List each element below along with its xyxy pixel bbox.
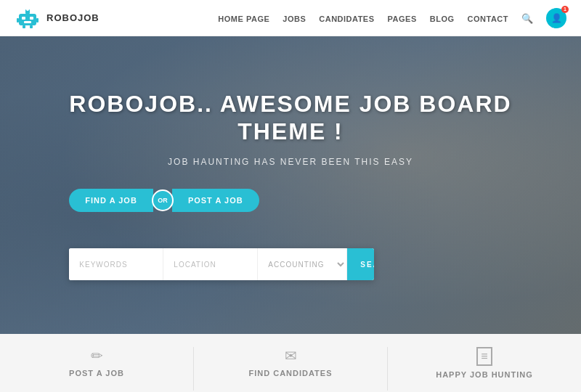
category-select[interactable]: ACCOUNTING ENGINEERING MARKETING DESIGN …	[258, 248, 347, 280]
svg-point-5	[26, 8, 29, 11]
find-job-button[interactable]: FIND A JOB	[69, 189, 153, 212]
footer-icon-find-candidates: ✉ FIND CANDIDATES	[194, 347, 387, 377]
or-divider: OR	[152, 189, 174, 211]
post-job-button[interactable]: POST A JOB	[172, 189, 259, 212]
brand-name: ROBOJOB	[46, 12, 99, 23]
envelope-icon: ✉	[285, 347, 297, 364]
footer-candidates-label: FIND CANDIDATES	[248, 369, 332, 377]
svg-rect-6	[17, 18, 19, 23]
location-input[interactable]	[163, 248, 258, 280]
search-button[interactable]: SEARCH	[347, 248, 374, 280]
svg-rect-0	[19, 14, 36, 25]
svg-rect-8	[23, 25, 25, 28]
nav-link-home[interactable]: HOME PAGE	[218, 15, 269, 23]
hero-subtitle: JOB HAUNTING HAS NEVER BEEN THIS EASY	[69, 157, 511, 167]
nav-item-pages[interactable]: PAGES	[388, 12, 417, 25]
nav-link-contact[interactable]: CONTACT	[468, 15, 508, 23]
navbar: ROBOJOB HOME PAGE JOBS CANDIDATES PAGES …	[0, 0, 581, 36]
notification-badge: 1	[561, 6, 569, 13]
search-bar: ACCOUNTING ENGINEERING MARKETING DESIGN …	[69, 248, 374, 280]
footer-hunting-label: HAPPY JOB HUNTING	[436, 370, 533, 379]
svg-rect-7	[36, 18, 38, 23]
nav-avatar[interactable]: 👤 1	[546, 8, 566, 28]
pencil-icon: ✏	[91, 347, 103, 364]
footer-icon-post-job: ✏ POST A JOB	[0, 347, 193, 377]
svg-rect-2	[30, 17, 33, 20]
nav-link-pages[interactable]: PAGES	[388, 15, 417, 23]
nav-link-blog[interactable]: BLOG	[430, 15, 455, 23]
svg-rect-1	[22, 17, 25, 20]
keywords-input[interactable]	[69, 248, 163, 280]
hero-section: ROBOJOB.. AWESOME JOB BOARDTHEME ! JOB H…	[0, 36, 581, 334]
nav-menu: HOME PAGE JOBS CANDIDATES PAGES BLOG CON…	[218, 8, 566, 28]
nav-search-icon[interactable]: 🔍	[521, 12, 533, 25]
list-icon: ≡	[476, 347, 492, 366]
hero-buttons: FIND A JOB OR POST A JOB	[69, 189, 511, 212]
brand[interactable]: ROBOJOB	[15, 5, 99, 31]
nav-item-contact[interactable]: CONTACT	[468, 12, 508, 25]
footer-icon-happy-hunting: ≡ HAPPY JOB HUNTING	[388, 347, 581, 379]
svg-rect-9	[30, 25, 33, 28]
hero-content: ROBOJOB.. AWESOME JOB BOARDTHEME ! JOB H…	[69, 90, 511, 281]
nav-item-candidates[interactable]: CANDIDATES	[319, 12, 374, 25]
nav-item-blog[interactable]: BLOG	[430, 12, 455, 25]
footer-post-label: POST A JOB	[69, 369, 124, 377]
logo-icon	[15, 5, 41, 31]
svg-rect-3	[24, 21, 31, 23]
nav-link-candidates[interactable]: CANDIDATES	[319, 15, 374, 23]
nav-item-jobs[interactable]: JOBS	[283, 12, 306, 25]
hero-title: ROBOJOB.. AWESOME JOB BOARDTHEME !	[69, 90, 511, 146]
footer-icons-section: ✏ POST A JOB ✉ FIND CANDIDATES ≡ HAPPY J…	[0, 334, 581, 392]
nav-link-jobs[interactable]: JOBS	[283, 15, 306, 23]
nav-item-home[interactable]: HOME PAGE	[218, 12, 269, 25]
